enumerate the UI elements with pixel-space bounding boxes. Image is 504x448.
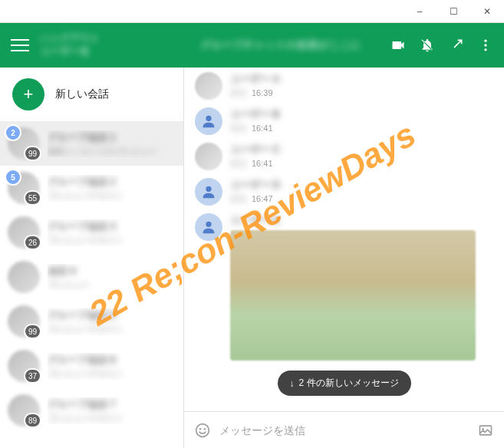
conversation-item[interactable]: 会話 4 プレビュー — [0, 255, 183, 299]
message: ユーザー C 本文16:41 — [195, 143, 493, 170]
video-call-icon[interactable] — [390, 38, 406, 53]
svg-rect-2 — [11, 50, 29, 51]
conversation-avatar: 26 — [8, 216, 40, 249]
conversation-preview: プレビューテキスト — [48, 235, 176, 246]
member-count-badge: 26 — [24, 235, 41, 250]
conversation-list: 2 99 グループ会話 1 最新メッセージのプレビュー 5 55 グループ会話 … — [0, 121, 183, 433]
arrow-down-icon: ↓ — [289, 378, 294, 389]
conversation-text: グループ会話 6 プレビューテキスト — [48, 353, 176, 380]
conversation-item[interactable]: 89 グループ会話 7 プレビューテキスト — [0, 388, 183, 433]
member-count-badge: 99 — [24, 324, 41, 339]
unread-badge: 2 — [5, 124, 21, 141]
message-time: 16:47 — [252, 194, 273, 203]
more-icon[interactable] — [478, 38, 493, 53]
message: ユーザー D 本文16:47 — [195, 178, 493, 206]
window-maximize-button[interactable]: ☐ — [436, 0, 470, 23]
svg-point-4 — [484, 44, 486, 46]
message: ユーザー A 本文16:39 — [195, 72, 493, 100]
message-image[interactable] — [230, 230, 476, 361]
window-titlebar: – ☐ ✕ — [0, 0, 504, 23]
message-sender: ユーザー A — [230, 72, 493, 86]
message-body: ユーザー C 本文16:41 — [230, 143, 493, 170]
message-time: 16:41 — [252, 159, 273, 168]
message-body: ユーザー A 本文16:39 — [230, 72, 493, 100]
conversation-name: グループ会話 6 — [48, 353, 176, 367]
message-list[interactable]: ユーザー A 本文16:39 ユーザー B 本文16:41 ユーザー C 本文1… — [184, 68, 504, 411]
menu-icon[interactable] — [11, 36, 29, 54]
conversation-item[interactable]: 26 グループ会話 3 プレビューテキスト — [0, 210, 183, 255]
conversation-avatar: 5 55 — [8, 172, 40, 204]
svg-rect-1 — [11, 44, 29, 46]
svg-point-7 — [206, 186, 211, 192]
conversation-avatar: 2 99 — [8, 127, 40, 160]
conversation-item[interactable]: 2 99 グループ会話 1 最新メッセージのプレビュー — [0, 121, 183, 166]
member-count-badge: 99 — [24, 146, 41, 161]
app-header: ハングアウト ユーザー名 グループチャットの名前がここに — [0, 23, 504, 68]
new-conversation-label: 新しい会話 — [55, 87, 109, 101]
message-avatar — [195, 72, 222, 100]
message-meta: 本文16:47 — [230, 193, 493, 205]
chat-pane: ユーザー A 本文16:39 ユーザー B 本文16:41 ユーザー C 本文1… — [184, 68, 504, 448]
conversation-item[interactable]: 5 55 グループ会話 2 プレビューテキスト — [0, 166, 183, 210]
conversation-text: グループ会話 2 プレビューテキスト — [48, 175, 176, 202]
conversation-item[interactable]: 99 グループ会話 5 プレビューテキスト — [0, 299, 183, 344]
window-close-button[interactable]: ✕ — [470, 0, 504, 23]
image-icon[interactable] — [478, 423, 493, 438]
conversation-text: グループ会話 5 プレビューテキスト — [48, 308, 176, 335]
conversation-name: 会話 4 — [48, 264, 176, 278]
conversation-item[interactable]: 37 グループ会話 6 プレビューテキスト — [0, 344, 183, 388]
conversation-avatar: 89 — [8, 394, 40, 427]
popout-icon[interactable] — [449, 38, 464, 53]
member-count-badge: 55 — [24, 190, 41, 206]
message-avatar — [195, 143, 222, 170]
window-minimize-button[interactable]: – — [403, 0, 436, 23]
svg-point-3 — [484, 40, 486, 42]
message-sender: ユーザー B — [230, 107, 493, 121]
app-title: ハングアウト ユーザー名 — [40, 32, 170, 58]
conversation-preview: プレビューテキスト — [48, 190, 176, 202]
message-time: 16:41 — [252, 124, 273, 133]
conversation-preview: プレビュー — [48, 279, 176, 291]
svg-rect-0 — [11, 39, 29, 41]
message-meta: 本文16:41 — [230, 123, 493, 134]
mute-icon[interactable] — [420, 38, 435, 53]
conversation-preview: プレビューテキスト — [48, 368, 176, 380]
message-meta: 本文16:39 — [230, 87, 493, 99]
conversation-name: グループ会話 7 — [48, 397, 176, 411]
message-body: ユーザー E — [230, 213, 493, 361]
conversation-avatar: 37 — [8, 350, 40, 382]
message-sender: ユーザー E — [230, 213, 493, 227]
message-sender: ユーザー C — [230, 143, 493, 156]
message-sender: ユーザー D — [230, 178, 493, 192]
message-avatar — [195, 213, 222, 241]
message: ユーザー B 本文16:41 — [195, 107, 493, 135]
message: ユーザー E — [195, 213, 493, 361]
svg-rect-12 — [480, 426, 492, 435]
conversation-preview: プレビューテキスト — [48, 413, 176, 424]
message-meta: 本文16:41 — [230, 158, 493, 170]
message-input[interactable] — [219, 424, 469, 436]
new-messages-pill[interactable]: ↓ 2 件の新しいメッセージ — [277, 371, 410, 396]
conversation-name: グループ会話 2 — [48, 175, 176, 189]
message-avatar — [195, 178, 222, 206]
sidebar: + 新しい会話 2 99 グループ会話 1 最新メッセージのプレビュー 5 55… — [0, 68, 184, 448]
conversation-preview: 最新メッセージのプレビュー — [48, 146, 176, 157]
emoji-icon[interactable] — [195, 423, 210, 438]
message-avatar — [195, 107, 222, 135]
conversation-name: グループ会話 3 — [48, 219, 176, 233]
conversation-avatar: 99 — [8, 305, 40, 338]
unread-badge: 5 — [5, 169, 21, 186]
svg-point-9 — [196, 423, 209, 436]
new-conversation-button[interactable]: + 新しい会話 — [0, 68, 183, 121]
svg-point-5 — [484, 48, 486, 51]
conversation-text: グループ会話 1 最新メッセージのプレビュー — [48, 130, 176, 157]
svg-point-11 — [204, 428, 206, 430]
conversation-preview: プレビューテキスト — [48, 324, 176, 335]
member-count-badge: 89 — [24, 413, 41, 428]
conversation-name: グループ会話 5 — [48, 308, 176, 322]
conversation-text: グループ会話 3 プレビューテキスト — [48, 219, 176, 246]
new-messages-label: 2 件の新しいメッセージ — [298, 377, 398, 390]
svg-point-6 — [206, 116, 211, 121]
message-body: ユーザー D 本文16:47 — [230, 178, 493, 206]
chat-title: グループチャットの名前がここに — [170, 38, 390, 52]
